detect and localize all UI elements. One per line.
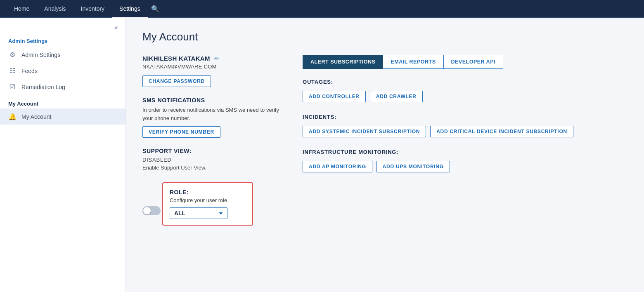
- tabs-row: ALERT SUBSCRIPTIONS EMAIL REPORTS DEVELO…: [303, 55, 627, 69]
- right-column: ALERT SUBSCRIPTIONS EMAIL REPORTS DEVELO…: [303, 55, 627, 226]
- user-name: NIKHILESH KATAKAM: [142, 55, 210, 62]
- outages-label: OUTAGES:: [303, 79, 627, 85]
- sms-notifications-label: SMS NOTIFICATIONS: [142, 97, 283, 104]
- content-columns: NIKHILESH KATAKAM ✏ NKATAKAM@VMWARE.COM …: [142, 55, 627, 226]
- infrastructure-monitoring-section: INFRASTRUCTURE MONITORING: ADD AP MONITO…: [303, 149, 627, 172]
- sidebar-item-remediation-log[interactable]: ☑ Remediation Log: [0, 79, 125, 95]
- main-content: My Account NIKHILESH KATAKAM ✏ NKATAKAM@…: [126, 18, 644, 292]
- nav-settings[interactable]: Settings: [112, 0, 148, 18]
- user-name-row: NIKHILESH KATAKAM ✏: [142, 55, 283, 62]
- sidebar-item-label-my-account: My Account: [21, 113, 51, 120]
- sidebar-collapse-area: «: [0, 18, 125, 34]
- outages-buttons-row: ADD CONTROLLER ADD CRAWLER: [303, 91, 627, 102]
- sidebar-item-my-account[interactable]: 🔔 My Account: [0, 108, 125, 125]
- infra-monitoring-label: INFRASTRUCTURE MONITORING:: [303, 149, 627, 155]
- sms-description: In order to receive notifications via SM…: [142, 106, 283, 122]
- change-password-button[interactable]: CHANGE PASSWORD: [142, 75, 211, 87]
- sidebar-item-label-remediation: Remediation Log: [21, 84, 65, 90]
- role-label: ROLE:: [170, 189, 246, 195]
- add-ap-monitoring-button[interactable]: ADD AP MONITORING: [303, 161, 372, 172]
- tab-developer-api[interactable]: DEVELOPER API: [443, 55, 503, 69]
- add-systemic-incident-button[interactable]: ADD SYSTEMIC INCIDENT SUBSCRIPTION: [303, 126, 426, 137]
- tab-alert-subscriptions[interactable]: ALERT SUBSCRIPTIONS: [303, 55, 383, 69]
- nav-analysis[interactable]: Analysis: [37, 0, 73, 18]
- my-account-section-label: My Account: [0, 95, 125, 108]
- bell-icon: 🔔: [8, 113, 17, 120]
- infra-buttons-row: ADD AP MONITORING ADD UPS MONITORING: [303, 161, 627, 172]
- support-enable-label: Enable Support User View.: [142, 165, 283, 171]
- feeds-icon: ☷: [8, 67, 17, 75]
- page-title: My Account: [142, 31, 627, 43]
- checklist-icon: ☑: [8, 83, 17, 91]
- nav-inventory[interactable]: Inventory: [73, 0, 112, 18]
- verify-phone-button[interactable]: VERIFY PHONE NUMBER: [142, 126, 220, 138]
- support-view-status: DISABLED: [142, 157, 283, 163]
- sidebar-collapse-button[interactable]: «: [113, 23, 120, 32]
- main-layout: « Admin Settings ⚙ Admin Settings ☷ Feed…: [0, 18, 644, 292]
- sidebar-item-feeds[interactable]: ☷ Feeds: [0, 63, 125, 79]
- sidebar-item-admin-settings[interactable]: ⚙ Admin Settings: [0, 47, 125, 63]
- admin-settings-section-label: Admin Settings: [0, 34, 125, 47]
- add-controller-button[interactable]: ADD CONTROLLER: [303, 91, 366, 102]
- sidebar: « Admin Settings ⚙ Admin Settings ☷ Feed…: [0, 18, 126, 292]
- add-crawler-button[interactable]: ADD CRAWLER: [370, 91, 423, 102]
- search-icon[interactable]: 🔍: [148, 5, 163, 13]
- top-navigation: Home Analysis Inventory Settings 🔍: [0, 0, 644, 18]
- outages-section: OUTAGES: ADD CONTROLLER ADD CRAWLER: [303, 79, 627, 102]
- nav-home[interactable]: Home: [7, 0, 37, 18]
- tab-email-reports[interactable]: EMAIL REPORTS: [383, 55, 443, 69]
- incidents-section: INCIDENTS: ADD SYSTEMIC INCIDENT SUBSCRI…: [303, 114, 627, 137]
- role-description: Configure your user role.: [170, 197, 246, 203]
- role-select[interactable]: ALL Admin Viewer Operator: [170, 207, 227, 219]
- gear-icon: ⚙: [8, 51, 17, 59]
- add-critical-device-incident-button[interactable]: ADD CRITICAL DEVICE INCIDENT SUBSCRIPTIO…: [430, 126, 573, 137]
- sidebar-item-label-admin: Admin Settings: [21, 52, 60, 58]
- support-view-label: SUPPORT VIEW:: [142, 148, 283, 154]
- user-email: NKATAKAM@VMWARE.COM: [142, 64, 283, 70]
- edit-icon[interactable]: ✏: [214, 55, 219, 62]
- add-ups-monitoring-button[interactable]: ADD UPS MONITORING: [376, 161, 450, 172]
- sidebar-item-label-feeds: Feeds: [21, 68, 38, 74]
- left-column: NIKHILESH KATAKAM ✏ NKATAKAM@VMWARE.COM …: [142, 55, 283, 226]
- incidents-buttons-row: ADD SYSTEMIC INCIDENT SUBSCRIPTION ADD C…: [303, 126, 627, 137]
- incidents-label: INCIDENTS:: [303, 114, 627, 120]
- support-view-toggle[interactable]: [142, 206, 161, 215]
- role-box: ROLE: Configure your user role. ALL Admi…: [162, 182, 253, 226]
